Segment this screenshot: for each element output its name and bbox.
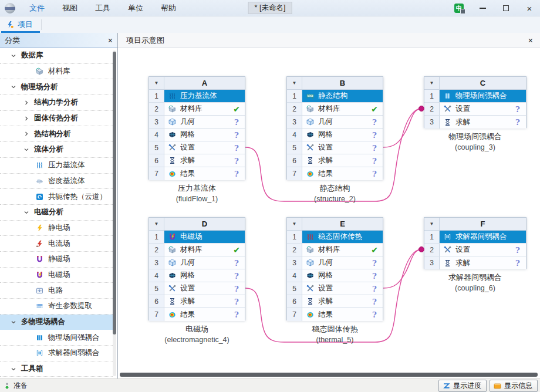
system-E-row-6[interactable]: 6 求解?	[287, 295, 383, 308]
system-E-row-7[interactable]: 7 结果?	[287, 308, 383, 321]
tree-item-label: 材料库	[48, 66, 70, 76]
system-dropdown-button[interactable]: ▼	[287, 218, 302, 230]
tree-item-12[interactable]: 电流场	[0, 236, 113, 252]
schematic-canvas[interactable]: ▼ A1 压力基流体2 材料库✔3 几何?4 网格?5 设置?6 求解?7 结果…	[118, 48, 540, 379]
question-icon: ?	[370, 130, 379, 140]
circuit-icon-wrap	[35, 286, 43, 295]
row-number: 2	[287, 103, 302, 115]
tree-item-1[interactable]: 材料库	[0, 64, 113, 80]
system-D-row-7[interactable]: 7 结果?	[149, 308, 245, 321]
system-A-row-5[interactable]: 5 设置?	[149, 141, 245, 154]
tree-item-2[interactable]: 物理场分析	[0, 79, 113, 95]
system-E-row-1[interactable]: 1 稳态固体传热	[287, 231, 383, 244]
system-F-row-3[interactable]: 3 求解?	[424, 256, 526, 269]
system-B-row-4[interactable]: 4 网格?	[287, 129, 383, 141]
system-F-row-2[interactable]: 2 设置?	[424, 244, 526, 256]
system-C-row-2[interactable]: 2 设置?	[424, 103, 526, 116]
coupling-port-dot-C[interactable]	[419, 106, 424, 111]
tree-item-17[interactable]: 多物理场耦合	[0, 315, 113, 330]
system-dropdown-button[interactable]: ▼	[424, 218, 440, 230]
system-A-row-3[interactable]: 3 几何?	[149, 116, 245, 129]
maximize-button[interactable]	[501, 4, 511, 13]
tree-item-9[interactable]: 共轭传热（云道）	[0, 189, 113, 205]
show-info-button[interactable]: 显示信息	[490, 380, 538, 392]
system-D-row-5[interactable]: 5 设置?	[149, 282, 245, 295]
system-A-row-7[interactable]: 7 结果?	[149, 167, 245, 180]
tree-item-13[interactable]: 静磁场	[0, 252, 113, 268]
system-letter: A	[164, 77, 245, 89]
system-A-row-1[interactable]: 1 压力基流体	[149, 90, 245, 103]
tree-item-5[interactable]: 热结构分析	[0, 126, 113, 142]
system-E-row-4[interactable]: 4 网格?	[287, 269, 383, 282]
wire-B-C	[383, 109, 421, 147]
system-D-row-3[interactable]: 3 几何?	[149, 256, 245, 269]
system-dropdown-button[interactable]: ▼	[424, 77, 440, 89]
system-E-row-3[interactable]: 3 几何?	[287, 256, 383, 269]
system-caption-F: 求解器间弱耦合	[418, 272, 532, 283]
row-number: 3	[424, 116, 440, 129]
menu-item-3[interactable]: 单位	[119, 0, 152, 16]
minimize-button[interactable]	[478, 4, 487, 13]
system-C-row-3[interactable]: 3 求解?	[424, 116, 526, 129]
tree-item-10[interactable]: 电磁分析	[0, 205, 113, 221]
row-label: 稳态固体传热	[318, 232, 379, 242]
show-progress-button[interactable]: 显示进度	[438, 380, 487, 392]
ime-language-icon[interactable]: 中	[454, 4, 464, 13]
tree-item-16[interactable]: 寄生参数提取	[0, 299, 113, 315]
tree-item-label: 静电场	[48, 223, 70, 233]
system-B-row-5[interactable]: 5 设置?	[287, 141, 383, 154]
tree-item-14[interactable]: 电磁场	[0, 268, 113, 283]
tree-item-6[interactable]: 流体分析	[0, 142, 113, 158]
tree-item-18[interactable]: 物理场间强耦合	[0, 330, 113, 346]
row-label: 求解	[180, 156, 228, 165]
row-label: 网格	[318, 130, 366, 140]
menu-item-0[interactable]: 文件	[21, 0, 53, 16]
tree-item-8[interactable]: 密度基流体	[0, 174, 113, 190]
system-D-row-2[interactable]: 2 材料库✔	[149, 244, 245, 256]
parasitic-icon	[36, 302, 43, 310]
system-dropdown-button[interactable]: ▼	[287, 77, 302, 89]
tree-item-7[interactable]: 压力基流体	[0, 158, 113, 174]
system-C-row-1[interactable]: 1 物理场间强耦合	[424, 90, 526, 103]
schematic-close-icon[interactable]: ×	[528, 36, 533, 45]
tree-item-0[interactable]: 数据库	[0, 48, 113, 64]
system-dropdown-button[interactable]: ▼	[149, 77, 164, 89]
menu-item-2[interactable]: 工具	[86, 0, 119, 16]
sidebar-close-icon[interactable]: ×	[108, 36, 113, 45]
system-D-row-4[interactable]: 4 网格?	[149, 269, 245, 282]
ready-dot-icon	[5, 382, 10, 390]
coupling-weak-icon	[444, 233, 451, 241]
tree-item-20[interactable]: 工具箱	[0, 361, 113, 377]
close-button[interactable]: ×	[525, 4, 534, 13]
system-A-row-6[interactable]: 6 求解?	[149, 154, 245, 167]
mesh-icon	[306, 131, 314, 138]
question-icon: ?	[232, 258, 241, 268]
system-D-row-1[interactable]: 1 电磁场	[149, 231, 245, 244]
menu-item-1[interactable]: 视图	[53, 0, 86, 16]
system-B-row-7[interactable]: 7 结果?	[287, 167, 383, 180]
row-label: 几何	[318, 258, 366, 268]
system-B-row-6[interactable]: 6 求解?	[287, 154, 383, 167]
tree-item-3[interactable]: 结构力学分析	[0, 95, 113, 111]
coupling-port-dot-F[interactable]	[419, 246, 424, 252]
tree-item-11[interactable]: 静电场	[0, 221, 113, 236]
system-A-row-4[interactable]: 4 网格?	[149, 129, 245, 141]
system-dropdown-button[interactable]: ▼	[149, 218, 164, 230]
coupling-strong-icon	[444, 92, 451, 100]
tree-item-4[interactable]: 固体传热分析	[0, 111, 113, 127]
system-D-row-6[interactable]: 6 求解?	[149, 295, 245, 308]
tree-item-19[interactable]: 求解器间弱耦合	[0, 346, 113, 361]
sidebar-scrollbar-thumb[interactable]	[113, 52, 116, 334]
system-E-row-2[interactable]: 2 材料库✔	[287, 244, 383, 256]
system-B-row-3[interactable]: 3 几何?	[287, 116, 383, 129]
tab-project[interactable]: 项目	[0, 16, 41, 33]
system-B-row-2[interactable]: 2 材料库✔	[287, 103, 383, 116]
system-A-row-2[interactable]: 2 材料库✔	[149, 103, 245, 116]
system-B-row-1[interactable]: 1 静态结构	[287, 90, 383, 103]
system-F-row-1[interactable]: 1 求解器间弱耦合	[424, 231, 526, 244]
tree-item-15[interactable]: 电路	[0, 283, 113, 299]
menu-item-4[interactable]: 帮助	[152, 0, 185, 16]
system-E-row-5[interactable]: 5 设置?	[287, 282, 383, 295]
horizontal-scrollbar[interactable]	[120, 373, 538, 377]
row-number: 4	[149, 269, 164, 282]
